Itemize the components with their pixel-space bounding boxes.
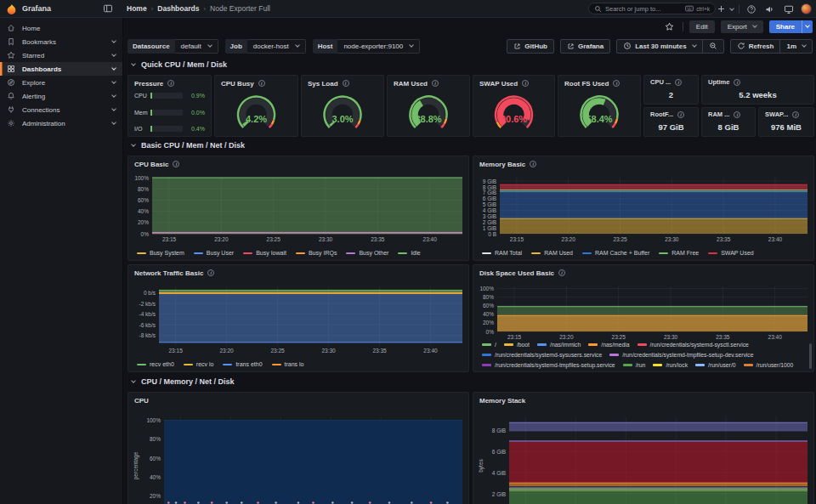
panel-title[interactable]: SWAP Usedi [473, 76, 554, 91]
news-icon[interactable] [763, 3, 777, 16]
new-button[interactable] [717, 3, 734, 16]
breadcrumb-dashboards[interactable]: Dashboards [157, 4, 199, 13]
refresh-interval-button[interactable]: 1m [779, 40, 812, 53]
legend-item[interactable]: /run/lock [653, 360, 688, 370]
panel-title[interactable]: Network Traffic Basici [128, 265, 468, 280]
memory-basic-chart[interactable]: 0 B1 GiB2 GiB3 GiB4 GiB5 GiB6 GiB7 GiB8 … [477, 173, 810, 245]
grafana-link-button[interactable]: Grafana [560, 39, 610, 54]
monitor-icon[interactable] [782, 3, 796, 16]
network-traffic-chart[interactable]: 0 b/s-2 kb/s-4 kb/s-6 kb/s-8 kb/s23:1523… [132, 281, 465, 356]
info-icon[interactable]: i [343, 80, 349, 87]
panel-title[interactable]: SWAP...i [759, 108, 813, 121]
info-icon[interactable]: i [677, 111, 684, 118]
info-icon[interactable]: i [792, 111, 799, 118]
panel-title[interactable]: Disk Space Used Basici [473, 265, 813, 280]
sidebar-item-bookmarks[interactable]: Bookmarks [0, 35, 122, 48]
share-menu-button[interactable] [802, 20, 813, 33]
legend-item[interactable]: /run/user/1000 [744, 360, 794, 370]
legend-item[interactable]: /run/user/0 [695, 360, 736, 370]
legend-item[interactable]: Idle [398, 249, 420, 258]
legend-item[interactable]: Busy Other [346, 249, 388, 258]
legend-item[interactable]: RAM Total [482, 249, 522, 258]
legend-item[interactable]: RAM Free [659, 249, 699, 258]
sidebar-item-dashboards[interactable]: Dashboards [0, 62, 122, 76]
share-button[interactable]: Share [769, 20, 813, 33]
legend-item[interactable]: /nas/immich [537, 340, 581, 349]
breadcrumb-home[interactable]: Home [127, 4, 147, 13]
panel-title[interactable]: RootF...i [644, 108, 698, 121]
star-icon[interactable] [663, 20, 677, 33]
legend-item[interactable]: recv lo [184, 360, 214, 369]
dock-icon[interactable] [101, 2, 115, 15]
refresh-button[interactable]: Refresh [731, 40, 780, 53]
legend-item[interactable]: /run/credentials/systemd-tmpfiles-setup-… [609, 350, 753, 360]
legend-item[interactable]: / [482, 340, 496, 349]
panel-title[interactable]: Memory Basici [473, 156, 813, 172]
legend-item[interactable]: RAM Cache + Buffer [582, 249, 649, 258]
legend-item[interactable]: SWAP Used [708, 249, 754, 258]
sidebar-item-home[interactable]: Home [0, 21, 122, 35]
edit-button[interactable]: Edit [689, 20, 715, 33]
section-quick-cpu-mem-disk[interactable]: Quick CPU / Mem / Disk [129, 60, 227, 69]
panel-title[interactable]: Uptimei [702, 76, 813, 88]
info-icon[interactable]: i [613, 80, 620, 87]
legend-item[interactable]: Busy System [137, 249, 184, 258]
sidebar-item-starred[interactable]: Starred [0, 48, 122, 62]
avatar[interactable] [801, 3, 812, 14]
variable-datasource[interactable]: Datasource default [128, 39, 218, 54]
info-icon[interactable]: i [173, 161, 179, 167]
panel-title[interactable]: Sys Loadi [302, 76, 383, 91]
legend-scrollbar[interactable] [809, 343, 812, 369]
zoom-out-button[interactable] [702, 40, 723, 53]
info-icon[interactable]: i [734, 111, 740, 118]
info-icon[interactable]: i [558, 269, 565, 276]
time-range-button[interactable]: Last 30 minutes [617, 40, 701, 53]
legend-item[interactable]: /run/credentials/systemd-sysctl.service [638, 340, 749, 349]
legend-item[interactable]: Busy Iowait [243, 249, 286, 258]
brand[interactable]: Grafana [6, 3, 101, 14]
panel-title[interactable]: RAM Usedi [388, 76, 469, 91]
cpu-chart[interactable]: 20%40%60%80%100%percentage [132, 411, 465, 504]
section-cpu-memory-net-disk[interactable]: CPU / Memory / Net / Disk [129, 377, 235, 386]
panel-title[interactable]: CPU Basici [128, 156, 468, 172]
legend-item[interactable]: trans lo [272, 360, 304, 369]
info-icon[interactable]: i [258, 80, 265, 87]
panel-title[interactable]: CPU ...i [644, 76, 698, 88]
legend-item[interactable]: recv eth0 [137, 360, 174, 369]
legend-item[interactable]: RAM Used [531, 249, 573, 258]
sidebar-item-alerting[interactable]: Alerting [0, 89, 122, 103]
help-icon[interactable] [745, 3, 758, 16]
legend-item[interactable]: /run [623, 360, 646, 370]
info-icon[interactable]: i [530, 161, 536, 167]
legend-item[interactable]: /run/credentials/systemd-sysusers.servic… [482, 350, 602, 360]
legend-item[interactable]: Busy User [194, 249, 234, 258]
panel-title[interactable]: Root FS Usedi [558, 76, 640, 91]
memory-stack-chart[interactable]: 2 GiB4 GiB6 GiB8 GiBbytes [477, 411, 810, 504]
info-icon[interactable]: i [522, 80, 529, 87]
panel-title[interactable]: RAM ...i [702, 108, 755, 121]
panel-title[interactable]: Memory Stack [473, 393, 813, 408]
variable-host[interactable]: Host node-exporter:9100 [313, 39, 421, 54]
section-basic-cpu-mem-net-disk[interactable]: Basic CPU / Mem / Net / Disk [129, 141, 245, 150]
panel-title[interactable]: CPU [128, 393, 468, 408]
info-icon[interactable]: i [167, 80, 174, 87]
info-icon[interactable]: i [207, 269, 214, 276]
disk-space-chart[interactable]: 0%20%40%60%80%100%23:1523:2023:2523:3023… [477, 281, 810, 343]
sidebar-item-explore[interactable]: Explore [0, 76, 122, 89]
cpu-basic-chart[interactable]: 0%20%40%60%80%100%23:1523:2023:2523:3023… [132, 173, 465, 245]
info-icon[interactable]: i [675, 79, 682, 86]
github-link-button[interactable]: GitHub [507, 39, 554, 54]
legend-item[interactable]: /boot [504, 340, 530, 349]
legend-item[interactable]: /nas/media [588, 340, 629, 349]
search-input[interactable]: Search or jump to... ctrl+k [588, 3, 716, 14]
sidebar-item-connections[interactable]: Connections [0, 103, 122, 116]
legend-item[interactable]: Busy IRQs [296, 249, 337, 258]
panel-title[interactable]: CPU Busyi [215, 76, 298, 91]
panel-title[interactable]: Pressurei [128, 76, 211, 91]
info-icon[interactable]: i [432, 80, 439, 87]
legend-item[interactable]: trans eth0 [223, 360, 262, 369]
sidebar-item-administration[interactable]: Administration [0, 116, 122, 130]
variable-job[interactable]: Job docker-host [225, 39, 306, 54]
legend-item[interactable]: /run/credentials/systemd-tmpfiles-setup.… [482, 360, 615, 370]
info-icon[interactable]: i [734, 79, 740, 86]
